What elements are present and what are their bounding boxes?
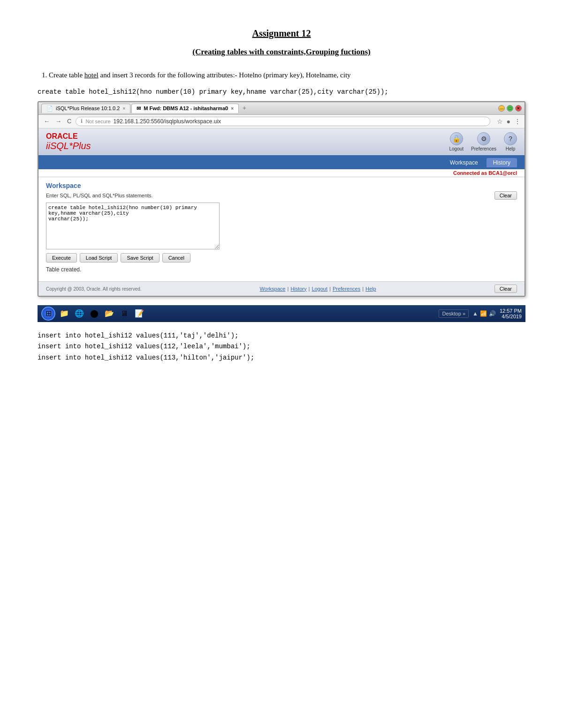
browser-tab-mail[interactable]: ✉ M Fwd: DBMS A12 - ishitasharma0 × (131, 104, 239, 113)
clock: 12:57 PM 4/5/2019 (500, 308, 522, 319)
tab1-label: iSQL*Plus Release 10:1.0.2 (56, 105, 120, 111)
sep4: | (362, 286, 364, 292)
preferences-icon: ⚙ (477, 132, 490, 145)
connected-user: BCA1@orcl (488, 170, 517, 176)
sep3: | (329, 286, 331, 292)
titlebar-controls: — □ ✕ (498, 105, 522, 112)
taskbar-word-icon[interactable]: 📝 (133, 308, 145, 320)
clear-button-footer[interactable]: Clear (495, 285, 517, 293)
logout-label: Logout (449, 146, 464, 151)
nav-tab-workspace[interactable]: Workspace (443, 158, 485, 167)
isql-plus-text: iiSQL*Plus (46, 141, 91, 151)
taskbar-double-arrow: » (463, 311, 465, 316)
not-secure-label: Not secure (85, 119, 110, 124)
oracle-header-icons: 🔓 Logout ⚙ Preferences ? Help (449, 132, 517, 151)
desktop-btn[interactable]: Desktop » (439, 309, 469, 318)
addr-icons: ☆ ● ⋮ (497, 118, 521, 125)
browser-window: 📄 iSQL*Plus Release 10:1.0.2 × ✉ M Fwd: … (38, 101, 525, 297)
task1-text2: and insert 3 records for the following a… (99, 71, 351, 79)
page-title: Assignment 12 (38, 28, 525, 39)
oracle-logo-text: ORACLE (46, 132, 91, 141)
workspace-hint-text: Enter SQL, PL/SQL and SQL*Plus statement… (46, 193, 153, 198)
save-script-button[interactable]: Save Script (121, 253, 159, 263)
footer-workspace-link[interactable]: Workspace (260, 286, 286, 292)
address-box[interactable]: ℹ Not secure 192.168.1.250:5560/isqlplus… (76, 117, 490, 126)
menu-icon[interactable]: ⋮ (514, 118, 521, 125)
insert-line-1: insert into hotel_ishi12 values(111,'taj… (38, 330, 525, 342)
sys-icons: ▲ 📶 🔊 (472, 310, 496, 317)
sep1: | (287, 286, 289, 292)
workspace-section: Workspace Enter SQL, PL/SQL and SQL*Plus… (38, 177, 525, 281)
action-buttons: Execute Load Script Save Script Cancel (46, 253, 517, 263)
oracle-header: ORACLE iiSQL*Plus 🔓 Logout ⚙ Preferences… (38, 128, 525, 156)
taskbar-terminal-icon[interactable]: 🖥 (118, 308, 130, 320)
minimize-btn[interactable]: — (498, 105, 505, 112)
tab2-close-btn[interactable]: × (231, 106, 234, 111)
desktop-label: Desktop (442, 311, 461, 316)
footer-preferences-link[interactable]: Preferences (333, 286, 360, 292)
bookmark-icon[interactable]: ☆ (497, 118, 503, 125)
profile-icon[interactable]: ● (507, 118, 510, 125)
clear-button-top[interactable]: Clear (495, 191, 517, 200)
sep2: | (309, 286, 310, 292)
tab2-label: M Fwd: DBMS A12 - ishitasharma0 (144, 105, 228, 111)
taskbar-explorer-icon[interactable]: 📂 (103, 308, 115, 320)
isqlplus-body: ORACLE iiSQL*Plus 🔓 Logout ⚙ Preferences… (38, 128, 525, 296)
forward-btn[interactable]: → (54, 118, 63, 125)
result-text: Table created. (46, 266, 517, 273)
clock-date: 4/5/2019 (500, 314, 522, 319)
workspace-hint-row: Enter SQL, PL/SQL and SQL*Plus statement… (46, 191, 517, 200)
maximize-btn[interactable]: □ (507, 105, 513, 112)
task1-text: Create table (49, 71, 84, 79)
isql-label: iSQL*Plus (48, 141, 91, 151)
taskbar-ie-icon[interactable]: 🌐 (73, 308, 85, 320)
tab2-mail-icon: ✉ (137, 105, 141, 112)
browser-addressbar: ← → C ℹ Not secure 192.168.1.250:5560/is… (38, 115, 525, 128)
tab1-close-btn[interactable]: × (122, 106, 125, 111)
address-url: 192.168.1.250:5560/isqlplus/workspace.ui… (114, 118, 221, 125)
insert-line-2: insert into hotel_ishi12 values(112,'lee… (38, 341, 525, 353)
taskbar-chrome-icon[interactable]: ⬤ (88, 308, 100, 320)
logout-icon: 🔓 (450, 132, 463, 145)
insert-lines: insert into hotel_ishi12 values(111,'taj… (38, 330, 525, 364)
page-subtitle: (Creating tables with constraints,Groupi… (38, 47, 525, 57)
preferences-icon-item[interactable]: ⚙ Preferences (471, 132, 496, 151)
footer-help-link[interactable]: Help (365, 286, 376, 292)
oracle-footer: Copyright @ 2003, Oracle. All rights res… (38, 281, 525, 296)
sys-up-icon: ▲ (472, 310, 478, 317)
create-sql-statement: create table hotel_ishi12(hno number(10)… (38, 88, 525, 96)
footer-links: Workspace | History | Logout | Preferenc… (260, 286, 376, 292)
tab1-doc-icon: 📄 (46, 105, 53, 112)
browser-titlebar: 📄 iSQL*Plus Release 10:1.0.2 × ✉ M Fwd: … (38, 102, 525, 115)
sys-network-icon: 📶 (480, 310, 487, 317)
back-btn[interactable]: ← (42, 118, 51, 125)
nav-tab-history[interactable]: History (487, 158, 517, 167)
cancel-button[interactable]: Cancel (162, 253, 190, 263)
help-icon-item[interactable]: ? Help (504, 132, 517, 151)
taskbar-right: Desktop » ▲ 📶 🔊 12:57 PM 4/5/2019 (439, 308, 522, 319)
footer-logout-link[interactable]: Logout (312, 286, 327, 292)
sql-textarea[interactable] (46, 203, 220, 249)
preferences-label: Preferences (471, 146, 496, 151)
oracle-logo: ORACLE iiSQL*Plus (46, 132, 91, 151)
execute-button[interactable]: Execute (46, 253, 77, 263)
sys-vol-icon: 🔊 (489, 310, 496, 317)
taskbar-folder-icon[interactable]: 📁 (58, 308, 70, 320)
taskbar: ⊞ 📁 🌐 ⬤ 📂 🖥 📝 Desktop » ▲ 📶 🔊 12:57 PM 4… (38, 305, 525, 322)
new-tab-btn[interactable]: + (240, 104, 249, 113)
footer-history-link[interactable]: History (290, 286, 306, 292)
insert-line-3: insert into hotel_ishi12 values(113,'hil… (38, 353, 525, 364)
close-btn[interactable]: ✕ (515, 105, 522, 112)
help-label: Help (506, 146, 516, 151)
workspace-title: Workspace (46, 182, 517, 189)
task1-table-name: hotel (84, 71, 99, 79)
browser-tabs: 📄 iSQL*Plus Release 10:1.0.2 × ✉ M Fwd: … (41, 104, 498, 113)
logout-icon-item[interactable]: 🔓 Logout (449, 132, 464, 151)
connected-bar: Connected as BCA1@orcl (38, 169, 525, 177)
reload-btn[interactable]: C (66, 118, 73, 125)
start-button[interactable]: ⊞ (41, 307, 55, 321)
browser-tab-isql[interactable]: 📄 iSQL*Plus Release 10:1.0.2 × (41, 104, 130, 113)
load-script-button[interactable]: Load Script (80, 253, 118, 263)
connected-prefix: Connected as (453, 170, 488, 176)
clock-time: 12:57 PM (500, 308, 522, 314)
